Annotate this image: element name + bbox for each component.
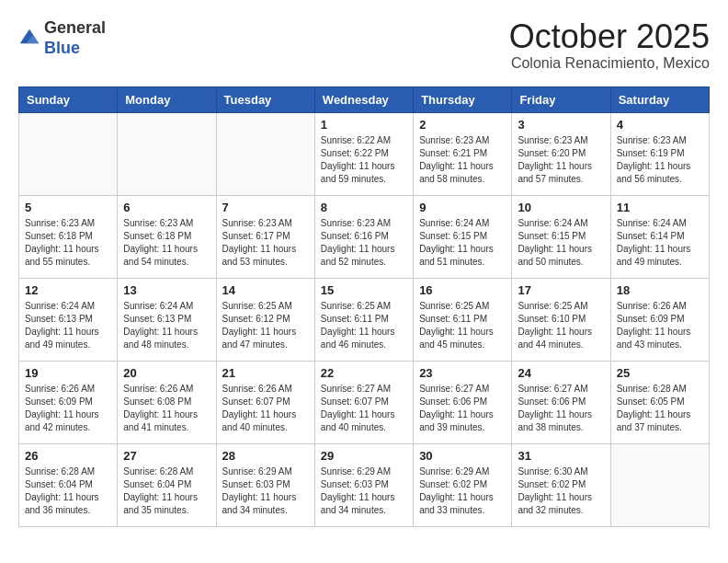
calendar-cell: 24Sunrise: 6:27 AM Sunset: 6:06 PM Dayli… [512, 361, 610, 443]
day-number: 20 [123, 366, 210, 380]
day-number: 21 [222, 366, 309, 380]
page-header: General Blue October 2025 Colonia Renaci… [18, 18, 710, 72]
day-number: 7 [222, 201, 309, 214]
day-number: 4 [617, 118, 703, 132]
weekday-header-thursday: Thursday [414, 86, 512, 112]
day-info: Sunrise: 6:24 AM Sunset: 6:15 PM Dayligh… [419, 217, 506, 269]
calendar-cell: 5Sunrise: 6:23 AM Sunset: 6:18 PM Daylig… [19, 195, 118, 278]
day-info: Sunrise: 6:25 AM Sunset: 6:11 PM Dayligh… [321, 300, 407, 351]
day-info: Sunrise: 6:23 AM Sunset: 6:19 PM Dayligh… [617, 134, 703, 186]
calendar-cell: 22Sunrise: 6:27 AM Sunset: 6:07 PM Dayli… [314, 361, 413, 443]
calendar-cell: 20Sunrise: 6:26 AM Sunset: 6:08 PM Dayli… [118, 361, 216, 443]
day-info: Sunrise: 6:23 AM Sunset: 6:17 PM Dayligh… [222, 217, 309, 269]
calendar-body: 1Sunrise: 6:22 AM Sunset: 6:22 PM Daylig… [19, 112, 710, 526]
calendar-cell: 26Sunrise: 6:28 AM Sunset: 6:04 PM Dayli… [19, 443, 118, 526]
calendar-cell [610, 443, 709, 526]
day-info: Sunrise: 6:23 AM Sunset: 6:18 PM Dayligh… [123, 217, 210, 269]
day-number: 28 [222, 449, 309, 463]
calendar-cell: 12Sunrise: 6:24 AM Sunset: 6:13 PM Dayli… [19, 278, 118, 361]
month-title: October 2025 [509, 18, 710, 55]
day-number: 11 [617, 201, 703, 214]
day-info: Sunrise: 6:23 AM Sunset: 6:20 PM Dayligh… [518, 134, 604, 186]
calendar-cell: 13Sunrise: 6:24 AM Sunset: 6:13 PM Dayli… [118, 278, 216, 361]
day-number: 8 [321, 201, 407, 214]
logo-icon [18, 28, 40, 50]
day-number: 25 [617, 366, 703, 380]
day-info: Sunrise: 6:23 AM Sunset: 6:16 PM Dayligh… [321, 217, 407, 269]
calendar-week-4: 19Sunrise: 6:26 AM Sunset: 6:09 PM Dayli… [19, 361, 710, 443]
day-number: 6 [123, 201, 210, 214]
calendar-cell: 23Sunrise: 6:27 AM Sunset: 6:06 PM Dayli… [414, 361, 512, 443]
calendar-cell: 19Sunrise: 6:26 AM Sunset: 6:09 PM Dayli… [19, 361, 118, 443]
calendar-week-1: 1Sunrise: 6:22 AM Sunset: 6:22 PM Daylig… [19, 112, 710, 195]
day-number: 1 [321, 118, 407, 132]
calendar-week-2: 5Sunrise: 6:23 AM Sunset: 6:18 PM Daylig… [19, 195, 710, 278]
day-info: Sunrise: 6:24 AM Sunset: 6:15 PM Dayligh… [518, 217, 604, 269]
day-info: Sunrise: 6:29 AM Sunset: 6:03 PM Dayligh… [222, 465, 309, 517]
calendar-cell: 14Sunrise: 6:25 AM Sunset: 6:12 PM Dayli… [216, 278, 314, 361]
weekday-header-friday: Friday [512, 86, 610, 112]
weekday-header-sunday: Sunday [19, 86, 118, 112]
calendar-cell: 17Sunrise: 6:25 AM Sunset: 6:10 PM Dayli… [512, 278, 610, 361]
logo-text: General Blue [44, 18, 106, 58]
day-number: 29 [321, 449, 407, 463]
day-number: 5 [25, 201, 111, 214]
calendar-cell: 29Sunrise: 6:29 AM Sunset: 6:03 PM Dayli… [314, 443, 413, 526]
day-number: 10 [518, 201, 604, 214]
weekday-header-saturday: Saturday [610, 86, 709, 112]
calendar-cell: 31Sunrise: 6:30 AM Sunset: 6:02 PM Dayli… [512, 443, 610, 526]
calendar-cell [118, 112, 216, 195]
day-info: Sunrise: 6:24 AM Sunset: 6:14 PM Dayligh… [617, 217, 703, 269]
calendar-cell: 3Sunrise: 6:23 AM Sunset: 6:20 PM Daylig… [512, 112, 610, 195]
weekday-header-wednesday: Wednesday [314, 86, 413, 112]
day-number: 17 [518, 283, 604, 297]
day-info: Sunrise: 6:26 AM Sunset: 6:07 PM Dayligh… [222, 383, 309, 434]
calendar-cell: 9Sunrise: 6:24 AM Sunset: 6:15 PM Daylig… [414, 195, 512, 278]
calendar-cell: 6Sunrise: 6:23 AM Sunset: 6:18 PM Daylig… [118, 195, 216, 278]
calendar-cell: 21Sunrise: 6:26 AM Sunset: 6:07 PM Dayli… [216, 361, 314, 443]
calendar-cell: 2Sunrise: 6:23 AM Sunset: 6:21 PM Daylig… [414, 112, 512, 195]
day-number: 24 [518, 366, 604, 380]
day-info: Sunrise: 6:28 AM Sunset: 6:04 PM Dayligh… [123, 465, 210, 517]
day-number: 30 [419, 449, 506, 463]
day-info: Sunrise: 6:24 AM Sunset: 6:13 PM Dayligh… [123, 300, 210, 351]
title-block: October 2025 Colonia Renacimiento, Mexic… [509, 18, 710, 72]
calendar-cell: 10Sunrise: 6:24 AM Sunset: 6:15 PM Dayli… [512, 195, 610, 278]
calendar-header-row: SundayMondayTuesdayWednesdayThursdayFrid… [19, 86, 710, 112]
day-info: Sunrise: 6:23 AM Sunset: 6:18 PM Dayligh… [25, 217, 111, 269]
day-info: Sunrise: 6:26 AM Sunset: 6:09 PM Dayligh… [25, 383, 111, 434]
day-info: Sunrise: 6:27 AM Sunset: 6:07 PM Dayligh… [321, 383, 407, 434]
logo: General Blue [18, 18, 106, 58]
day-info: Sunrise: 6:29 AM Sunset: 6:03 PM Dayligh… [321, 465, 407, 517]
day-info: Sunrise: 6:26 AM Sunset: 6:09 PM Dayligh… [617, 300, 703, 351]
calendar-cell: 8Sunrise: 6:23 AM Sunset: 6:16 PM Daylig… [314, 195, 413, 278]
day-number: 16 [419, 283, 506, 297]
calendar-cell: 11Sunrise: 6:24 AM Sunset: 6:14 PM Dayli… [610, 195, 709, 278]
day-number: 9 [419, 201, 506, 214]
calendar-week-3: 12Sunrise: 6:24 AM Sunset: 6:13 PM Dayli… [19, 278, 710, 361]
day-number: 31 [518, 449, 604, 463]
calendar-cell: 4Sunrise: 6:23 AM Sunset: 6:19 PM Daylig… [610, 112, 709, 195]
day-info: Sunrise: 6:24 AM Sunset: 6:13 PM Dayligh… [25, 300, 111, 351]
day-info: Sunrise: 6:28 AM Sunset: 6:04 PM Dayligh… [25, 465, 111, 517]
calendar-cell: 28Sunrise: 6:29 AM Sunset: 6:03 PM Dayli… [216, 443, 314, 526]
location: Colonia Renacimiento, Mexico [509, 55, 710, 72]
weekday-header-monday: Monday [118, 86, 216, 112]
calendar-cell [19, 112, 118, 195]
calendar-cell: 7Sunrise: 6:23 AM Sunset: 6:17 PM Daylig… [216, 195, 314, 278]
day-info: Sunrise: 6:25 AM Sunset: 6:10 PM Dayligh… [518, 300, 604, 351]
day-info: Sunrise: 6:28 AM Sunset: 6:05 PM Dayligh… [617, 383, 703, 434]
day-info: Sunrise: 6:27 AM Sunset: 6:06 PM Dayligh… [518, 383, 604, 434]
day-number: 22 [321, 366, 407, 380]
day-number: 26 [25, 449, 111, 463]
day-number: 2 [419, 118, 506, 132]
day-number: 23 [419, 366, 506, 380]
day-number: 14 [222, 283, 309, 297]
day-info: Sunrise: 6:29 AM Sunset: 6:02 PM Dayligh… [419, 465, 506, 517]
calendar-cell: 30Sunrise: 6:29 AM Sunset: 6:02 PM Dayli… [414, 443, 512, 526]
day-info: Sunrise: 6:26 AM Sunset: 6:08 PM Dayligh… [123, 383, 210, 434]
day-info: Sunrise: 6:25 AM Sunset: 6:11 PM Dayligh… [419, 300, 506, 351]
day-info: Sunrise: 6:25 AM Sunset: 6:12 PM Dayligh… [222, 300, 309, 351]
day-number: 13 [123, 283, 210, 297]
day-number: 27 [123, 449, 210, 463]
